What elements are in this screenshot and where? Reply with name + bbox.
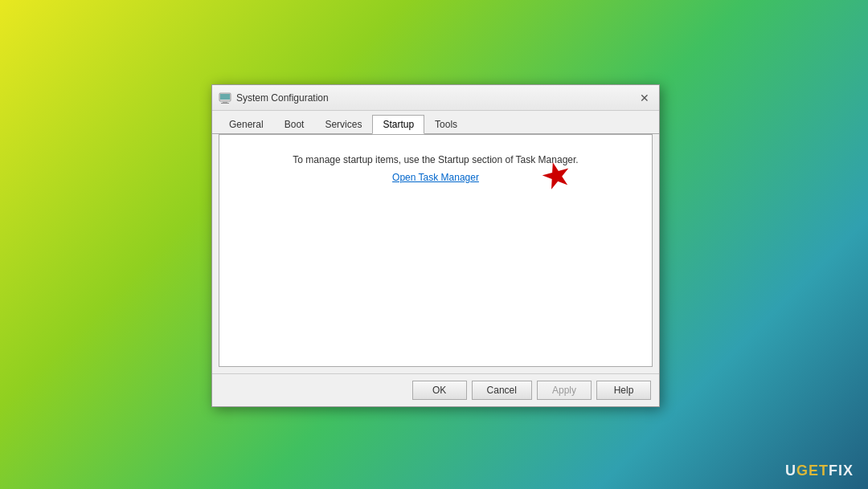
watermark: UGETFIX — [785, 463, 854, 479]
svg-rect-1 — [220, 94, 230, 100]
tab-general[interactable]: General — [219, 115, 274, 134]
content-area: To manage startup items, use the Startup… — [219, 134, 653, 367]
tab-tools[interactable]: Tools — [424, 115, 468, 134]
tab-services[interactable]: Services — [314, 115, 372, 134]
watermark-get: GET — [796, 463, 829, 479]
help-button[interactable]: Help — [596, 381, 651, 400]
cancel-button[interactable]: Cancel — [472, 381, 532, 400]
system-config-icon — [219, 92, 231, 104]
close-button[interactable]: ✕ — [637, 90, 653, 106]
tabbar: General Boot Services Startup Tools — [212, 111, 659, 134]
watermark-fix: FIX — [829, 463, 854, 479]
ok-button[interactable]: OK — [412, 381, 467, 400]
titlebar-left: System Configuration — [219, 92, 329, 104]
button-bar: OK Cancel Apply Help — [212, 373, 659, 406]
titlebar: System Configuration ✕ — [212, 85, 659, 111]
open-task-manager-link[interactable]: Open Task Manager — [392, 172, 479, 183]
tab-startup[interactable]: Startup — [372, 115, 424, 134]
svg-rect-3 — [221, 103, 229, 104]
apply-button[interactable]: Apply — [537, 381, 592, 400]
system-configuration-dialog: System Configuration ✕ General Boot Serv… — [211, 84, 660, 407]
info-text: To manage startup items, use the Startup… — [293, 154, 578, 165]
tab-boot[interactable]: Boot — [274, 115, 315, 134]
watermark-u: U — [785, 463, 796, 479]
dialog-title: System Configuration — [236, 92, 329, 104]
